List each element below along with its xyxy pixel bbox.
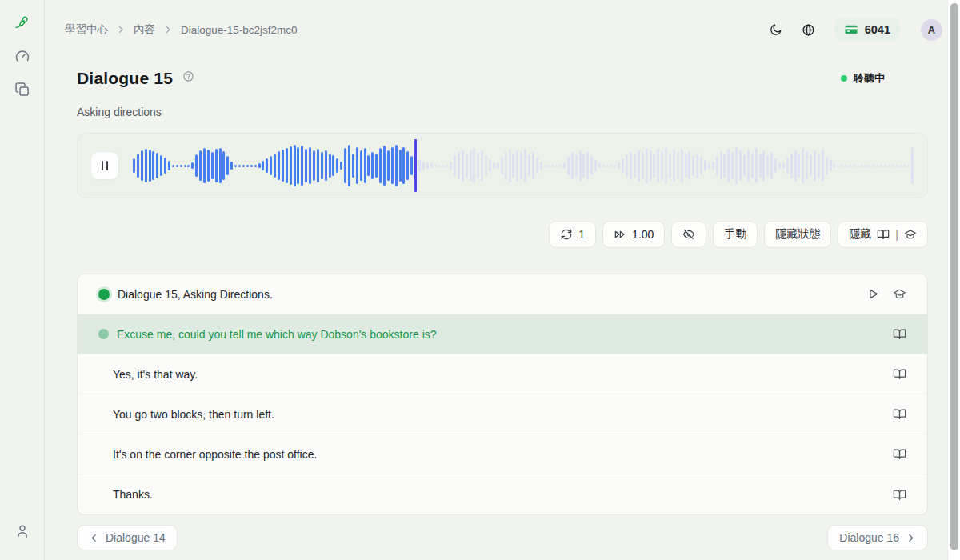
transcript-row[interactable]: Thanks. [78,474,927,514]
transcript-row[interactable]: It's on the corner opposite the post off… [78,434,927,474]
hide-text-button[interactable] [671,221,706,248]
waveform-bar [203,148,206,183]
breadcrumb-content[interactable]: 內容 [134,22,155,37]
user-icon[interactable] [14,523,30,539]
waveform-bar [470,150,472,181]
transcript-row[interactable]: You go two blocks, then turn left. [78,394,927,434]
waveform-bar [650,150,652,181]
waveform-bar [242,165,245,167]
gauge-icon[interactable] [14,48,30,64]
playback-cursor[interactable] [414,139,417,192]
hide-book-cap-button[interactable]: 隱藏 | [838,221,928,248]
waveform-bar [802,148,804,183]
waveform-bar [325,150,327,181]
copy-icon[interactable] [14,82,30,98]
waveform-bar [340,162,342,170]
waveform-bar [489,159,491,172]
waveform-bar [755,148,758,183]
waveform-bar [230,162,233,170]
repeat-icon [560,228,573,241]
waveform-bar [657,149,659,182]
transcript-text: It's on the corner opposite the post off… [113,448,893,461]
speed-button[interactable]: 1.00 [602,221,665,248]
manual-mode-button[interactable]: 手動 [713,221,758,248]
repeat-button[interactable]: 1 [549,221,596,248]
hide-label: 隱藏 [849,227,871,242]
waveform-bar [145,149,147,182]
breadcrumb-learning-center[interactable]: 學習中心 [65,22,108,37]
waveform-bar [716,156,718,175]
repeat-count: 1 [578,228,585,241]
waveform-bar [466,154,468,178]
waveform-bar [215,149,218,182]
waveform-bar [485,155,487,176]
waveform-bar [199,150,202,181]
waveform-bar [536,158,538,174]
waveform-bar [567,156,570,175]
waveform-bar [892,165,894,167]
graduation-cap-icon[interactable] [893,287,906,301]
breadcrumb: 學習中心 內容 Dialogue-15-bc2jsf2mc0 [65,22,298,37]
next-dialogue-button[interactable]: Dialogue 16 [827,525,928,550]
pause-button[interactable] [90,151,119,180]
pen-icon[interactable] [14,14,30,30]
transcript-row[interactable]: Yes, it's that way. [78,354,927,394]
eye-off-icon [682,228,695,241]
waveform-bar [524,149,526,182]
waveform-bar [406,151,409,180]
help-icon[interactable] [182,70,194,82]
waveform-bar [727,149,730,182]
book-icon [877,228,890,241]
book-icon[interactable] [893,447,906,461]
book-icon[interactable] [893,407,906,421]
transcript-row-active[interactable]: Excuse me, could you tell me which way D… [78,314,927,354]
waveform-bar [806,151,808,180]
scrollbar-thumb[interactable] [950,3,958,550]
waveform-bar [646,148,648,183]
avatar[interactable]: A [921,19,942,41]
waveform-bar [250,165,253,167]
globe-icon[interactable] [802,23,815,37]
transcript-text: Yes, it's that way. [113,368,893,381]
waveform-bar [528,154,530,177]
credits-badge[interactable]: 6041 [834,18,900,42]
book-icon[interactable] [893,327,906,341]
waveform-bar [857,165,859,167]
waveform-bar [900,165,902,167]
book-icon[interactable] [893,367,906,381]
waveform-bar [360,150,362,181]
title-row: Dialogue 15 聆聽中 [77,69,928,88]
waveform-bar [383,146,386,186]
play-icon[interactable] [866,287,880,301]
waveform-bar [712,162,714,170]
waveform-bar [219,148,222,183]
waveform-bar [681,149,683,182]
waveform-bar [180,165,182,167]
scrollbar-track [947,0,960,560]
waveform-bar [762,150,765,181]
waveform-bar [618,162,620,169]
transcript-text: Dialogue 15, Asking Directions. [118,288,858,301]
waveform-bar [563,162,566,169]
prev-dialogue-button[interactable]: Dialogue 14 [77,525,178,550]
transcript-row[interactable]: Dialogue 15, Asking Directions. [78,274,927,314]
moon-icon[interactable] [769,23,782,37]
waveform-bar [669,153,671,178]
waveform-bar [149,150,151,182]
waveform-bar [364,148,366,183]
current-sentence-dot [98,329,109,339]
credits-value: 6041 [865,23,890,36]
waveform-bar [266,158,268,173]
waveform-bar [332,155,334,176]
waveform-bar [786,158,789,174]
hide-status-button[interactable]: 隱藏狀態 [764,221,831,248]
waveform[interactable] [133,142,914,190]
book-icon[interactable] [893,488,906,502]
waveform-bar [692,155,694,176]
waveform-bar [876,165,878,167]
waveform-bar [191,162,194,169]
waveform-bar [426,162,429,169]
transcript-text: Excuse me, could you tell me which way D… [117,328,885,341]
waveform-bar [751,153,754,178]
waveform-bar [274,154,276,178]
